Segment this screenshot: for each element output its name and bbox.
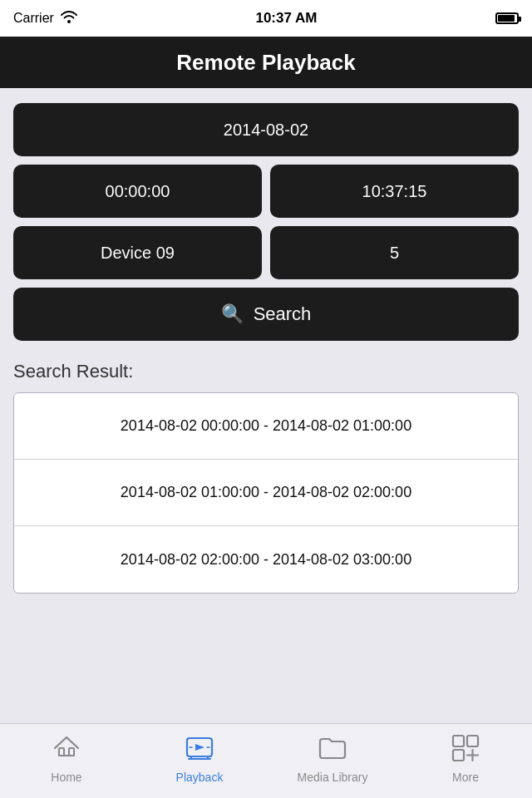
search-row: 🔍 Search xyxy=(13,288,519,341)
page-title: Remote Playback xyxy=(176,50,355,76)
folder-icon xyxy=(318,733,347,767)
search-result-label: Search Result: xyxy=(13,361,133,382)
search-result-section: Search Result: xyxy=(0,349,532,387)
wifi-icon xyxy=(61,10,77,27)
controls-area: 2014-08-02 00:00:00 10:37:15 Device 09 5… xyxy=(0,88,532,349)
status-right xyxy=(495,12,519,24)
tab-home-label: Home xyxy=(51,771,81,784)
title-bar: Remote Playback xyxy=(0,37,532,88)
channel-button[interactable]: 5 xyxy=(270,226,519,279)
svg-rect-3 xyxy=(453,736,464,746)
date-button[interactable]: 2014-08-02 xyxy=(13,103,519,156)
start-time-button[interactable]: 00:00:00 xyxy=(13,165,262,218)
playback-icon xyxy=(185,733,214,767)
search-label: Search xyxy=(254,303,312,325)
result-item-1[interactable]: 2014-08-02 01:00:00 - 2014-08-02 02:00:0… xyxy=(14,460,518,526)
search-button[interactable]: 🔍 Search xyxy=(13,288,519,341)
date-row: 2014-08-02 xyxy=(13,103,519,156)
tab-bar: Home Playback Media Library xyxy=(0,723,532,798)
tab-more[interactable]: More xyxy=(399,724,532,798)
result-item-0[interactable]: 2014-08-02 00:00:00 - 2014-08-02 01:00:0… xyxy=(14,393,518,460)
device-row: Device 09 5 xyxy=(13,226,519,279)
result-list: 2014-08-02 00:00:00 - 2014-08-02 01:00:0… xyxy=(13,392,519,594)
status-left: Carrier xyxy=(13,10,77,27)
status-time: 10:37 AM xyxy=(255,10,317,27)
status-bar: Carrier 10:37 AM xyxy=(0,0,532,37)
tab-more-label: More xyxy=(452,771,479,784)
time-row: 00:00:00 10:37:15 xyxy=(13,165,519,218)
home-icon xyxy=(52,733,81,767)
svg-rect-4 xyxy=(467,736,478,746)
carrier-label: Carrier xyxy=(13,11,54,26)
end-time-button[interactable]: 10:37:15 xyxy=(270,165,519,218)
svg-rect-0 xyxy=(59,748,64,756)
tab-media-library[interactable]: Media Library xyxy=(266,724,399,798)
search-icon: 🔍 xyxy=(221,303,244,325)
more-icon xyxy=(451,733,480,767)
tab-home[interactable]: Home xyxy=(0,724,133,798)
tab-media-library-label: Media Library xyxy=(298,771,368,784)
tab-playback-label: Playback xyxy=(176,771,224,784)
device-button[interactable]: Device 09 xyxy=(13,226,262,279)
svg-rect-1 xyxy=(69,748,74,756)
battery-icon xyxy=(495,12,519,24)
result-item-2[interactable]: 2014-08-02 02:00:00 - 2014-08-02 03:00:0… xyxy=(14,526,518,593)
tab-playback[interactable]: Playback xyxy=(133,724,266,798)
svg-rect-5 xyxy=(453,750,464,761)
